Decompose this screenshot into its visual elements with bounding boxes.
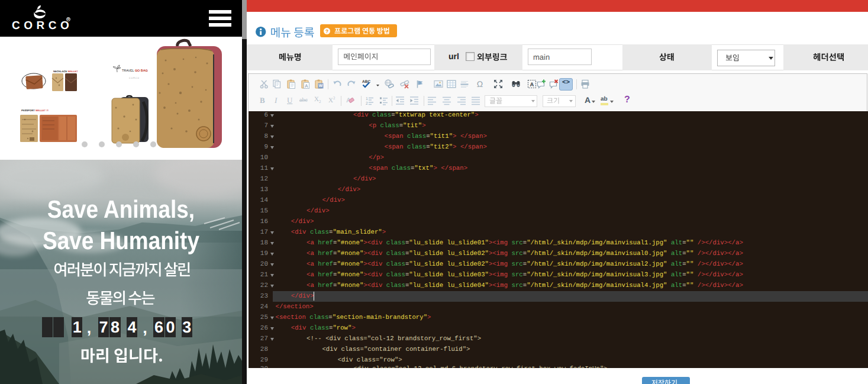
svg-text:A: A [530,82,534,88]
svg-text:?: ? [325,28,328,34]
svg-text:PASSPORT WALLET 7!: PASSPORT WALLET 7! [21,109,49,112]
svg-text:W: W [319,84,323,88]
svg-text:Ω: Ω [477,79,483,89]
svg-text:NECKLACE WALLET: NECKLACE WALLET [53,70,78,73]
svg-text:2: 2 [366,102,368,106]
svg-text:A: A [305,83,308,89]
svg-text:C O R C O: C O R C O [129,77,139,79]
svg-text:1: 1 [366,97,368,101]
svg-text:TRAVEL GO BAG: TRAVEL GO BAG [122,69,148,73]
